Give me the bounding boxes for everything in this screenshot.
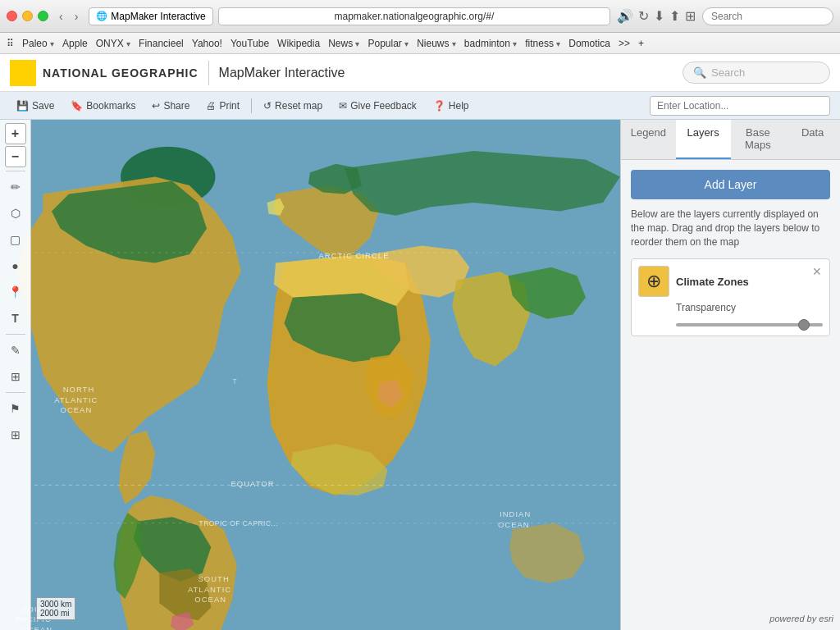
browser-search-input[interactable] — [702, 7, 833, 25]
search-icon: 🔍 — [693, 66, 706, 79]
browser-toolbar-icons: 🔊 ↻ ⬇ ⬆ ⊞ — [617, 8, 696, 24]
bookmark-fitness[interactable]: fitness ▾ — [525, 38, 560, 49]
toolbar-separator-2 — [6, 334, 25, 335]
bookmarks-button[interactable]: 🔖 Bookmarks — [64, 98, 142, 114]
maximize-window-button[interactable] — [38, 11, 48, 21]
minimize-window-button[interactable] — [22, 11, 33, 21]
zoom-in-button[interactable]: + — [5, 123, 26, 144]
panel-tabs: Legend Layers Base Maps Data — [621, 120, 840, 160]
transparency-slider[interactable] — [676, 323, 823, 326]
panel-description: Below are the layers currently displayed… — [631, 208, 830, 249]
layer-info: Climate Zones — [676, 276, 823, 288]
right-panel: Legend Layers Base Maps Data Add Lay — [620, 120, 840, 630]
world-map-svg: ARCTIC CIRCLE NORTH ATLANTIC OCEAN EQUAT… — [0, 120, 620, 630]
search-placeholder: Search — [711, 66, 745, 79]
pencil-tool[interactable]: ✏ — [3, 175, 28, 199]
bookmark-news[interactable]: News ▾ — [328, 38, 359, 49]
svg-text:NORTH: NORTH — [63, 385, 95, 394]
toolbar-separator — [251, 98, 252, 113]
bookmark-youtube[interactable]: YouTube — [231, 38, 269, 49]
save-button[interactable]: 💾 Save — [10, 98, 61, 114]
bookmark-wikipedia[interactable]: Wikipedia — [277, 38, 320, 49]
title-bar: ‹ › 🌐 MapMaker Interactive mapmaker.nati… — [0, 0, 840, 33]
bookmark-financieel[interactable]: Financieel — [139, 38, 184, 49]
add-layer-button[interactable]: Add Layer — [631, 170, 830, 199]
more-bookmarks[interactable]: >> — [619, 38, 630, 49]
ng-yellow-box — [10, 60, 36, 86]
flag-tool[interactable]: ⚑ — [3, 396, 28, 421]
url-bar[interactable]: mapmaker.nationalgeographic.org/#/ — [218, 7, 610, 25]
bookmarks-label: Bookmarks — [86, 100, 135, 112]
bookmark-yahoo[interactable]: Yahoo! — [192, 38, 222, 49]
rectangle-tool[interactable]: ▢ — [3, 227, 28, 252]
browser-tab[interactable]: 🌐 MapMaker Interactive — [89, 7, 212, 25]
feedback-button[interactable]: ✉ Give Feedback — [332, 98, 423, 114]
audio-icon: 🔊 — [617, 8, 633, 24]
bookmark-apple[interactable]: Apple — [62, 38, 88, 49]
help-icon: ❓ — [433, 100, 445, 112]
location-input[interactable] — [650, 96, 830, 116]
bookmark-domotica[interactable]: Domotica — [568, 38, 610, 49]
svg-text:OCEAN: OCEAN — [194, 595, 226, 604]
header-search[interactable]: 🔍 Search — [682, 62, 830, 84]
panel-content: Add Layer Below are the layers currently… — [621, 160, 840, 630]
svg-text:SOUTH: SOUTH — [199, 574, 230, 583]
scale-km: 3000 km — [40, 600, 71, 609]
left-toolbar: + − ✏ ⬡ ▢ ● 📍 T ✎ ⊞ ⚑ ⊞ — [0, 120, 31, 630]
app-toolbar: 💾 Save 🔖 Bookmarks ↩ Share 🖨 Print ↺ Res… — [0, 92, 840, 120]
refresh-icon[interactable]: ↻ — [638, 8, 649, 24]
transparency-section: Transparency — [638, 302, 823, 329]
layers-tool[interactable]: ⊞ — [3, 364, 28, 389]
ng-logo: NATIONAL GEOGRAPHIC — [10, 60, 199, 86]
svg-text:EQUATOR: EQUATOR — [231, 480, 274, 489]
reset-label: Reset map — [275, 100, 322, 112]
bookmark-icon: 🔖 — [71, 100, 83, 112]
tab-base-maps[interactable]: Base Maps — [731, 120, 786, 159]
browser-frame: ‹ › 🌐 MapMaker Interactive mapmaker.nati… — [0, 0, 840, 630]
scale-mi: 2000 mi — [40, 609, 71, 618]
svg-text:TROPIC OF CAPRIC...: TROPIC OF CAPRIC... — [199, 519, 279, 527]
share-label: Share — [163, 100, 189, 112]
download-icon[interactable]: ⬇ — [654, 8, 664, 24]
pin-tool[interactable]: 📍 — [3, 280, 28, 304]
add-bookmark[interactable]: + — [638, 38, 644, 49]
tabs-icon[interactable]: ⊞ — [685, 8, 696, 24]
share-icon[interactable]: ⬆ — [669, 8, 680, 24]
share-icon: ↩ — [152, 100, 160, 112]
bookmark-popular[interactable]: Popular ▾ — [368, 38, 409, 49]
tab-legend[interactable]: Legend — [621, 120, 676, 159]
help-label: Help — [449, 100, 469, 112]
polygon-tool[interactable]: ⬡ — [3, 201, 28, 226]
layer-name: Climate Zones — [676, 276, 823, 288]
tab-data[interactable]: Data — [785, 120, 840, 159]
forward-button[interactable]: › — [71, 8, 83, 25]
share-button[interactable]: ↩ Share — [145, 98, 196, 114]
close-window-button[interactable] — [7, 11, 17, 21]
map-container[interactable]: ARCTIC CIRCLE NORTH ATLANTIC OCEAN EQUAT… — [0, 120, 620, 630]
text-tool[interactable]: T — [3, 306, 28, 331]
back-button[interactable]: ‹ — [55, 8, 67, 25]
nav-buttons: ‹ › — [55, 8, 82, 25]
svg-text:INDIAN: INDIAN — [500, 509, 531, 518]
layer-close-button[interactable]: ✕ — [810, 264, 824, 279]
bookmark-badminton[interactable]: badminton ▾ — [464, 38, 517, 49]
print-button[interactable]: 🖨 Print — [199, 98, 246, 114]
svg-text:ATLANTIC: ATLANTIC — [54, 395, 98, 404]
point-tool[interactable]: ● — [3, 253, 28, 278]
layer-item: ⊕ Climate Zones ✕ Transparency — [631, 258, 830, 336]
layer-header: ⊕ Climate Zones ✕ — [638, 266, 823, 297]
bookmark-onyx[interactable]: ONYX ▾ — [96, 38, 130, 49]
layer-icon[interactable]: ⊕ — [638, 266, 669, 297]
zoom-out-button[interactable]: − — [5, 146, 26, 167]
bookmark-nieuws[interactable]: Nieuws ▾ — [417, 38, 456, 49]
mapmaker-title: MapMaker Interactive — [219, 66, 345, 80]
tab-layers[interactable]: Layers — [676, 120, 731, 159]
edit-tool[interactable]: ✎ — [3, 338, 28, 363]
bookmark-paleo[interactable]: Paleo ▾ — [22, 38, 54, 49]
reset-button[interactable]: ↺ Reset map — [257, 98, 329, 114]
bookmark-apps[interactable]: ⠿ — [7, 38, 14, 49]
bookmarks-bar: ⠿ Paleo ▾ Apple ONYX ▾ Financieel Yahoo!… — [0, 33, 840, 54]
help-button[interactable]: ❓ Help — [427, 98, 476, 114]
transparency-label: Transparency — [676, 302, 823, 313]
grid-tool[interactable]: ⊞ — [3, 422, 28, 447]
